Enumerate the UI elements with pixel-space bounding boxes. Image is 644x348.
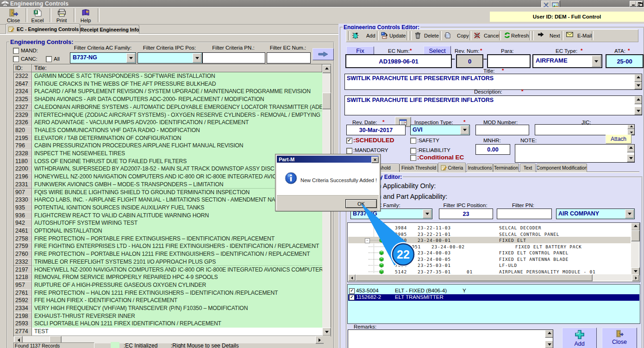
ec-row-id[interactable]: 2334	[14, 304, 32, 313]
ec-row-id[interactable]: 2322	[14, 72, 32, 81]
ec-row-title[interactable]: AUTOSHUTOFF SYSTEM WIRING TEST	[32, 219, 322, 228]
editor-toolbar-add[interactable]: Add	[366, 33, 375, 38]
conditional-ec-checkbox[interactable]	[410, 155, 416, 161]
scroll-right-button[interactable]	[632, 274, 639, 281]
ec-row-id[interactable]: 2198	[14, 312, 32, 321]
dropdown-button[interactable]	[193, 53, 201, 63]
mandatory-checkbox[interactable]	[346, 148, 352, 154]
ec-row-id[interactable]: 2647	[14, 80, 32, 89]
ec-row-id[interactable]: 2328	[14, 150, 32, 158]
ec-row-id[interactable]: 942	[14, 219, 32, 228]
ec-row-title[interactable]: CABIN PRESSURIZATION PROCEDURES AIRPLANE…	[32, 142, 322, 150]
scroll-up-button[interactable]	[545, 330, 553, 338]
scroll-up-button[interactable]	[634, 96, 642, 104]
ec-row-title[interactable]: RUPTURE OF A HIGH-PRESSURE GASEOUS OXYGE…	[32, 281, 322, 290]
editor-toolbar-next[interactable]: Next	[550, 33, 560, 38]
id-column-header[interactable]: ID:	[14, 64, 32, 72]
editor-tab-criteria[interactable]: Criteria	[438, 163, 466, 172]
dropdown-button[interactable]	[423, 209, 431, 218]
editor-tab-text[interactable]: Text	[520, 164, 536, 172]
ec-row-title[interactable]: INTERTECHNIQUE (ZODIAC AIRCRAFT SYSTEMS)…	[32, 111, 322, 120]
part-checkbox[interactable]: ✓	[349, 295, 355, 300]
tab-ec-engineering-controls[interactable]: EC - Engineering Controls	[6, 24, 80, 34]
ec-row-id[interactable]: 2200	[14, 165, 32, 173]
ec-row-id[interactable]: 936	[14, 212, 32, 220]
ec-row-title[interactable]: REMOVAL FROM SERVICE IMPROPERLY REPAIRED…	[32, 273, 322, 282]
dropdown-button[interactable]	[625, 209, 634, 218]
description-textarea[interactable]: SWITLIK PARACHUTE LIFE PRESERVER INFLATO…	[344, 95, 642, 115]
scroll-thumb[interactable]	[631, 230, 640, 241]
ec-row-title[interactable]: FFE HALON FIREX - IDENTIFICATION / REPLA…	[32, 297, 322, 305]
part-row[interactable]: ✓1152682-2ELT TRANSMITTER	[348, 294, 639, 301]
ec-row-id[interactable]: 2325	[14, 95, 32, 104]
jic-textarea[interactable]	[535, 124, 635, 135]
scroll-up-button[interactable]	[631, 223, 640, 231]
ec-row-title[interactable]: TRIMBLE OR FREEFLIGHT SYSTEMS 2101 I/O A…	[32, 258, 322, 266]
editor-toolbar-cancel[interactable]: Cancel	[484, 33, 500, 38]
ec-row-title[interactable]: PLACARD / AFM SUPPLEMENT REVISION / SYST…	[32, 88, 322, 96]
tree-row[interactable]: 395323-24-00-05FIXED ELT ANTENNA BLADE	[348, 256, 631, 262]
editor-tab-finish-threshold[interactable]: Finish Threshold	[400, 164, 438, 172]
apply-filter-button[interactable]	[313, 48, 334, 60]
ec-row-id[interactable]: 2759	[14, 242, 32, 251]
scroll-left-button[interactable]	[348, 274, 356, 281]
editor-toolbar-email[interactable]: E-Mail	[577, 33, 592, 38]
ec-row-id[interactable]: 2774	[14, 328, 32, 336]
minimize-button[interactable]	[630, 1, 637, 7]
tree-hscrollbar[interactable]	[348, 274, 639, 281]
ec-row-title[interactable]: CALEDONIAN AIRBORNE SYSTEMS - AUTOMATIC …	[32, 103, 322, 112]
editor-tab-component-modification[interactable]: Component Modification	[537, 164, 587, 172]
ec-row-title[interactable]: EXHAUST-THRUST REVERSER INNER	[32, 312, 322, 321]
scroll-down-button[interactable]	[322, 328, 331, 336]
tree-row[interactable]: −399023-24-00-01FIXED ELT	[348, 237, 631, 243]
app-pn-input[interactable]	[497, 209, 552, 219]
ata-input[interactable]: 25-00	[606, 54, 644, 68]
ec-row-id[interactable]: 957	[14, 281, 32, 290]
applicability-add-button[interactable]: Add	[562, 328, 597, 348]
reliability-checkbox[interactable]	[410, 148, 416, 154]
editor-toolbar-delete[interactable]: Delete	[424, 33, 439, 38]
ec-row-id[interactable]: 2758	[14, 235, 32, 243]
ec-row-title[interactable]: THALES COMMUNICATIONS VHF DATA RADIO - M…	[32, 127, 322, 135]
applicability-close-button[interactable]: Close	[602, 328, 637, 348]
rev-date-input[interactable]: 30-Mar-2017	[346, 125, 406, 135]
scroll-thumb[interactable]	[322, 93, 331, 109]
toolbar-button-excel[interactable]: XExcel	[25, 8, 50, 24]
tree-row[interactable]: 395223-24-00-03FIXED ELT CONTROL PANEL	[348, 249, 631, 256]
note-textarea[interactable]	[515, 144, 635, 163]
tree-vscrollbar[interactable]	[631, 223, 639, 274]
select-button[interactable]: Select	[424, 46, 451, 55]
ec-row-id[interactable]: 2327	[14, 103, 32, 112]
ec-row-id[interactable]: 1180	[14, 158, 32, 166]
ec-row-id[interactable]: 2760	[14, 250, 32, 259]
para-input[interactable]	[487, 54, 531, 68]
ok-button[interactable]: OK	[345, 199, 377, 208]
ec-row-title[interactable]: SICLI PORTABLE HALON 1211 FIREX IDENTIFI…	[32, 320, 322, 328]
remarks-textarea[interactable]	[348, 329, 553, 348]
dropdown-button[interactable]	[126, 53, 135, 63]
scroll-down-button[interactable]	[634, 82, 642, 90]
scroll-thumb[interactable]	[356, 274, 593, 281]
ec-row-id[interactable]: 2461	[14, 227, 32, 235]
part-row[interactable]: ✓453-5004ELT - FIXED (B406-4)Y	[348, 288, 639, 294]
editor-toolbar-update[interactable]: Update	[389, 33, 406, 38]
title-textarea[interactable]: SWITLIK PARACHUTE LIFE PRESERVER INFLATO…	[344, 74, 642, 90]
scroll-up-button[interactable]	[322, 65, 331, 73]
tree-row[interactable]: 398523-22-21-01SELCAL CONTROL PANEL	[348, 231, 631, 237]
ec-num-input[interactable]: AD1989-06-01	[345, 54, 452, 68]
scroll-up-button[interactable]	[627, 125, 635, 129]
dialog-titlebar[interactable]: Part-M	[277, 156, 379, 163]
textarea-scrollbar[interactable]	[627, 145, 634, 162]
ec-type-combo[interactable]: AIRFRAME	[532, 54, 602, 68]
ec-row-title[interactable]: FATIGUE CRACKS IN THE WEBS OF THE AFT PR…	[32, 80, 322, 89]
ec-row-title[interactable]: FLIGHTCREW REACT TO VALID CABIN ALTITUDE…	[32, 212, 322, 220]
editor-toolbar-copy[interactable]: Copy	[457, 33, 469, 38]
textarea-scrollbar[interactable]	[627, 125, 634, 135]
ec-row-title[interactable]: ELEVATOR / TAB DETERMINATION OF CONFIGUR…	[32, 134, 322, 143]
ec-row-id[interactable]: 2332	[14, 258, 32, 266]
tree-row[interactable]: 395123-24-00-02FIXED ELT BATTERY PACK	[348, 243, 631, 250]
ec-row-title[interactable]: GARMIN MODE S ATC TRANSPONDERS - SOFTWAR…	[32, 72, 322, 81]
dropdown-button[interactable]	[460, 126, 469, 134]
ec-row-title[interactable]: HONEYWELL NZ-2000 NAVIGATION COMPUTERS A…	[32, 266, 322, 274]
dialog-close-button[interactable]: ✕	[371, 157, 379, 163]
